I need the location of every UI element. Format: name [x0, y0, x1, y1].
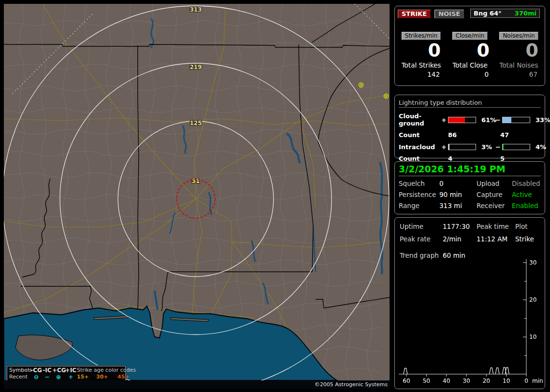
- strikes-per-min-value: 0: [397, 40, 446, 60]
- plot-value: Strike: [515, 235, 545, 243]
- cg-positive-pct: 61%: [476, 116, 495, 124]
- recent-neg-ic-icon: −: [42, 374, 52, 380]
- legend-header-symbols: Symbols: [9, 367, 30, 374]
- ic-negative-bar: [502, 144, 530, 150]
- noises-per-min-button[interactable]: Noises/min: [499, 32, 538, 40]
- bearing-range: 370mi: [515, 10, 536, 17]
- uptime-label: Uptime: [400, 223, 443, 230]
- ring-label-313: 313: [189, 6, 202, 13]
- stats-row: Uptime 1177:30 Peak time Plot: [395, 223, 545, 230]
- distribution-title: Lightning type distribution: [399, 99, 541, 108]
- uptime-value: 1177:30: [443, 223, 477, 230]
- cg-positive-count: 86: [441, 131, 498, 139]
- minus-sign: −: [495, 143, 502, 151]
- total-noises-value: 67: [494, 70, 543, 78]
- strike-mode-button[interactable]: STRIKE: [398, 10, 431, 18]
- svg-text:0: 0: [524, 378, 528, 384]
- counters-panel: STRIKE NOISE Bng 64° 370mi Strikes/min 0…: [394, 6, 545, 86]
- plus-sign: +: [441, 116, 448, 124]
- peak-time-label: Peak time: [477, 223, 515, 230]
- peak-rate-value: 2/min: [443, 235, 477, 243]
- noise-mode-button[interactable]: NOISE: [434, 10, 464, 18]
- legend-header-pos-cg: +CG: [52, 367, 65, 374]
- bearing-value: Bng 64°: [474, 10, 502, 17]
- capture-label: Capture: [477, 191, 512, 198]
- close-per-min-button[interactable]: Close/min: [452, 32, 488, 40]
- ring-label-31: 31: [192, 178, 200, 184]
- ic-negative-pct: 4%: [530, 143, 546, 151]
- svg-text:30: 30: [463, 378, 470, 384]
- squelch-label: Squelch: [399, 180, 439, 187]
- ic-positive-pct: 3%: [476, 143, 495, 151]
- cloud-ground-row: Cloud-ground + 61% − 33%: [395, 112, 545, 127]
- svg-text:10: 10: [503, 378, 510, 384]
- svg-text:30: 30: [529, 259, 536, 266]
- plus-sign: +: [441, 143, 448, 151]
- copyright-text: ©2005 Astrogenic Systems: [315, 381, 388, 388]
- recent-pos-cg-icon: ⊕: [52, 374, 65, 380]
- total-close-label: Total Close: [446, 61, 494, 69]
- legend-age-title: Strike age color codes: [77, 367, 136, 374]
- cg-count-row: Count 86 47: [395, 131, 545, 139]
- nexstorm-window: 313 219 125 31 Symbols -CG -IC +CG +IC S…: [0, 0, 550, 392]
- cg-negative-count: 47: [498, 131, 545, 139]
- persistence-label: Persistence: [399, 191, 439, 198]
- plot-label: Plot: [515, 223, 545, 230]
- total-close-value: 0: [446, 70, 494, 78]
- bearing-readout: Bng 64° 370mi: [470, 9, 540, 18]
- total-strikes-label: Total Strikes: [397, 61, 446, 69]
- svg-text:40: 40: [443, 378, 450, 384]
- status-row: Persistence 90 min Capture Active: [395, 191, 545, 198]
- legend-header-neg-cg: -CG: [30, 367, 42, 374]
- copyright-bar: ©2005 Astrogenic Systems: [4, 380, 390, 389]
- svg-text:min: min: [532, 378, 543, 384]
- noises-per-min-value: 0: [494, 40, 543, 60]
- status-row: Squelch 0 Upload Disabled: [395, 180, 545, 187]
- recent-pos-ic-icon: +: [65, 374, 77, 380]
- svg-text:20: 20: [483, 378, 490, 384]
- upload-status: Disabled: [512, 180, 545, 187]
- upload-label: Upload: [477, 180, 512, 187]
- squelch-value: 0: [439, 180, 477, 187]
- cg-positive-bar: [448, 117, 476, 123]
- age-15: 15+: [77, 374, 96, 380]
- total-noises-label: Total Noises: [494, 61, 543, 69]
- legend-row-recent: Recent: [9, 374, 30, 380]
- stats-panel: Uptime 1177:30 Peak time Plot Peak rate …: [394, 217, 545, 389]
- svg-text:20: 20: [529, 296, 536, 303]
- range-label: Range: [399, 202, 439, 210]
- capture-status: Active: [512, 191, 545, 198]
- cloud-ground-label: Cloud-ground: [399, 112, 441, 127]
- persistence-value: 90 min: [439, 191, 477, 198]
- total-strikes-value: 142: [397, 70, 446, 78]
- status-row: Range 313 mi Receiver Enabled: [395, 202, 545, 210]
- svg-text:10: 10: [529, 334, 536, 340]
- receiver-label: Receiver: [477, 202, 512, 210]
- legend-header-pos-ic: +IC: [65, 367, 77, 374]
- peak-rate-label: Peak rate: [400, 235, 443, 243]
- ring-label-125: 125: [189, 120, 202, 126]
- age-45: 45+: [117, 374, 136, 380]
- stats-row: Peak rate 2/min 11:12 AM Strike: [395, 235, 545, 243]
- cg-negative-bar: [502, 117, 530, 123]
- strikes-per-min-button[interactable]: Strikes/min: [402, 32, 441, 40]
- intracloud-label: Intracloud: [399, 143, 441, 151]
- noises-counter: Noises/min 0 Total Noises 67: [494, 30, 543, 78]
- strikes-counter: Strikes/min 0 Total Strikes 142: [397, 30, 446, 78]
- status-panel: 3/2/2026 1:45:19 PM Squelch 0 Upload Dis…: [394, 161, 545, 214]
- close-per-min-value: 0: [446, 40, 494, 60]
- svg-text:60: 60: [403, 378, 410, 384]
- trend-graph: 3020106050403020100min: [397, 255, 544, 386]
- datetime-display: 3/2/2026 1:45:19 PM: [399, 164, 541, 176]
- cg-count-label: Count: [399, 131, 441, 139]
- legend-header-neg-ic: -IC: [42, 367, 52, 374]
- distribution-panel: Lightning type distribution Cloud-ground…: [394, 95, 545, 158]
- intracloud-row: Intracloud + 3% − 4%: [395, 143, 545, 151]
- range-value: 313 mi: [439, 202, 477, 210]
- ring-label-219: 219: [189, 64, 202, 70]
- radar-map-area: 313 219 125 31 Symbols -CG -IC +CG +IC S…: [4, 4, 390, 389]
- cg-negative-pct: 33%: [530, 116, 550, 124]
- lightning-map[interactable]: 313 219 125 31: [4, 4, 390, 380]
- svg-text:50: 50: [423, 378, 430, 384]
- ic-positive-bar: [448, 144, 476, 150]
